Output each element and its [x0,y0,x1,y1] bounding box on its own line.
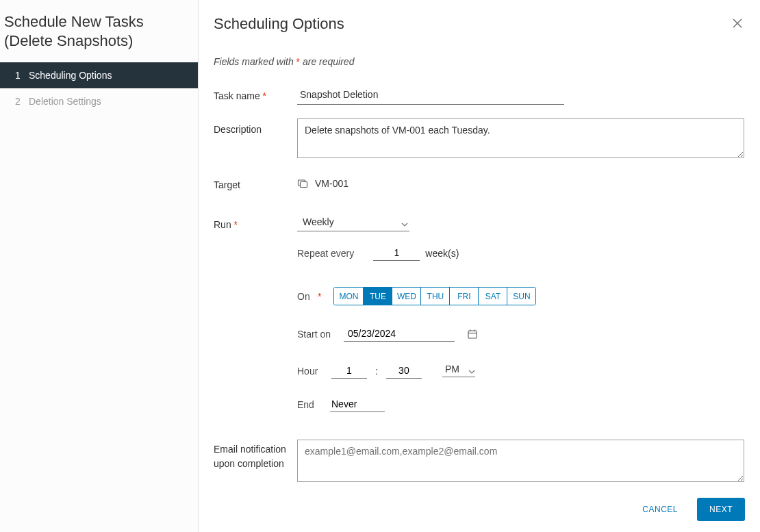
main-panel: Scheduling Options Fields marked with * … [199,0,760,532]
wizard-title: Schedule New Tasks (Delete Snapshots) [0,12,198,62]
start-on-label: Start on [297,329,338,340]
task-name-input[interactable] [297,85,564,105]
day-picker: MON TUE WED THU FRI SAT SUN [333,287,536,305]
chevron-down-icon [468,366,474,372]
repeat-interval-input[interactable] [373,245,420,261]
step-number: 2 [15,96,29,107]
repeat-unit: week(s) [425,248,459,259]
next-button[interactable]: NEXT [697,498,745,521]
page-title: Scheduling Options [214,15,344,33]
email-textarea[interactable] [297,440,744,482]
wizard-footer: CANCEL NEXT [214,488,748,532]
run-frequency-select[interactable]: Weekly [297,214,409,231]
on-label: On [297,291,312,302]
day-mon[interactable]: MON [334,288,363,305]
wizard-steps: 1 Scheduling Options 2 Deletion Settings [0,62,198,114]
repeat-label: Repeat every [297,248,354,259]
step-label: Deletion Settings [29,96,101,107]
step-label: Scheduling Options [29,70,112,81]
main-header: Scheduling Options [214,15,748,33]
description-textarea[interactable]: Delete snapshots of VM-001 each Tuesday. [297,118,744,158]
step-deletion-settings[interactable]: 2 Deletion Settings [0,88,198,114]
day-wed[interactable]: WED [392,288,420,305]
required-note: Fields marked with * are required [214,56,748,67]
svg-rect-4 [468,331,477,338]
task-name-label: Task name * [214,85,297,105]
step-scheduling-options[interactable]: 1 Scheduling Options [0,62,198,88]
end-input[interactable] [330,396,385,412]
day-sat[interactable]: SAT [478,288,507,305]
ampm-select[interactable]: PM [442,362,475,377]
hour-input[interactable] [331,363,367,379]
day-tue[interactable]: TUE [363,288,392,305]
svg-rect-3 [301,182,307,188]
calendar-icon[interactable] [467,329,478,340]
day-sun[interactable]: SUN [507,288,535,305]
asterisk-icon: * [296,56,300,67]
day-thu[interactable]: THU [420,288,449,305]
start-date-input[interactable] [344,326,455,342]
cancel-button[interactable]: CANCEL [633,498,687,521]
wizard-sidebar: Schedule New Tasks (Delete Snapshots) 1 … [0,0,199,532]
day-fri[interactable]: FRI [449,288,478,305]
target-label: Target [214,174,297,190]
hour-label: Hour [297,366,325,377]
chevron-down-icon [401,219,407,225]
description-label: Description [214,118,297,160]
step-number: 1 [15,70,29,81]
target-value: VM-001 [315,178,349,189]
run-label: Run * [214,214,297,412]
end-label: End [297,399,325,410]
email-label: Email notification upon completion [214,440,297,484]
vm-icon [297,178,308,189]
close-icon[interactable] [729,17,746,31]
minute-input[interactable] [386,363,422,379]
